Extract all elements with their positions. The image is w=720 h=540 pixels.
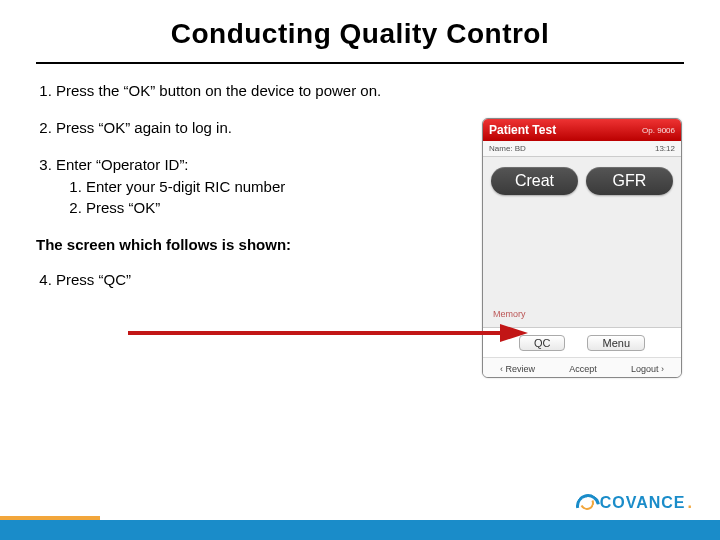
- step-1: Press the “OK” button on the device to p…: [56, 82, 684, 101]
- device-sub-name: Name: BD: [489, 144, 526, 153]
- brand-logo: COVANCE .: [576, 494, 692, 512]
- device-option-row: Creat GFR: [491, 167, 673, 195]
- brand-name: COVANCE: [600, 494, 686, 512]
- device-header-operator: Op. 9006: [642, 126, 675, 135]
- gfr-button[interactable]: GFR: [586, 167, 673, 195]
- review-button[interactable]: ‹ Review: [500, 364, 535, 374]
- device-subheader: Name: BD 13:12: [483, 141, 681, 157]
- menu-button[interactable]: Menu: [587, 335, 645, 351]
- logo-swirl-icon: [576, 494, 598, 512]
- accept-button[interactable]: Accept: [569, 364, 597, 374]
- footer-bar: [0, 520, 720, 540]
- callout-arrow: [128, 326, 528, 340]
- device-footer-row1: QC Menu: [483, 327, 681, 357]
- step-3-text: Enter “Operator ID”:: [56, 156, 189, 173]
- device-body: Creat GFR Memory: [483, 157, 681, 327]
- slide: Conducting Quality Control Press the “OK…: [0, 0, 720, 540]
- device-sub-time: 13:12: [655, 144, 675, 153]
- qc-button[interactable]: QC: [519, 335, 566, 351]
- arrow-line: [128, 331, 500, 335]
- device-memory-label: Memory: [493, 309, 526, 319]
- device-screenshot: Patient Test Op. 9006 Name: BD 13:12 Cre…: [482, 118, 682, 378]
- brand-dot: .: [688, 494, 692, 512]
- device-header-title: Patient Test: [489, 123, 556, 137]
- device-footer-row2: ‹ Review Accept Logout ›: [483, 357, 681, 378]
- creat-button[interactable]: Creat: [491, 167, 578, 195]
- logout-button[interactable]: Logout ›: [631, 364, 664, 374]
- page-title: Conducting Quality Control: [0, 18, 720, 50]
- title-divider: [36, 62, 684, 64]
- device-header: Patient Test Op. 9006: [483, 119, 681, 141]
